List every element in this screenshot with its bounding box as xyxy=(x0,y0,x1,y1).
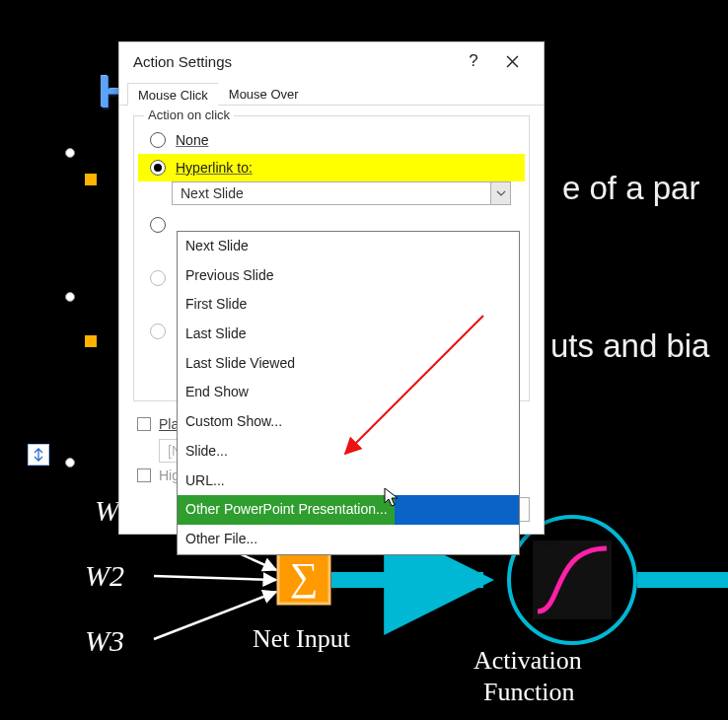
play-sound-checkbox[interactable] xyxy=(137,417,151,431)
hyperlink-combo[interactable]: Next Slide xyxy=(172,181,511,205)
dialog-tabs: Mouse Click Mouse Over xyxy=(119,80,544,106)
radio-run-macro[interactable] xyxy=(150,270,166,286)
adjust-handle[interactable] xyxy=(85,174,97,185)
help-button[interactable]: ? xyxy=(457,51,490,71)
dropdown-item[interactable]: Last Slide Viewed xyxy=(178,349,519,379)
weight-label-w3: W3 xyxy=(85,624,124,657)
dropdown-item[interactable]: First Slide xyxy=(178,290,519,320)
slide-body-fragment-2: uts and bia xyxy=(550,327,709,365)
dialog-title: Action Settings xyxy=(133,53,457,70)
dropdown-item[interactable]: URL... xyxy=(178,467,519,496)
tab-mouse-click[interactable]: Mouse Click xyxy=(127,83,219,106)
tab-label: Mouse Click xyxy=(138,88,208,103)
dropdown-item[interactable]: End Show xyxy=(178,378,519,407)
group-legend: Action on click xyxy=(144,108,234,122)
slide-body-fragment-1: e of a par xyxy=(562,170,699,207)
dropdown-item[interactable]: Previous Slide xyxy=(178,261,519,291)
dropdown-item[interactable]: Next Slide xyxy=(178,232,519,261)
adjust-handle[interactable] xyxy=(85,335,97,347)
weight-label-w2: W2 xyxy=(85,559,124,592)
activation-label-1: Activation xyxy=(473,646,582,675)
close-button[interactable] xyxy=(490,55,534,68)
radio-run-program[interactable] xyxy=(150,217,166,233)
selection-handle[interactable] xyxy=(65,148,75,158)
dropdown-item-highlighted[interactable]: Other PowerPoint Presentation... xyxy=(178,495,519,525)
svg-rect-3 xyxy=(278,548,329,604)
dropdown-item[interactable]: Slide... xyxy=(178,437,519,467)
net-input-label: Net Input xyxy=(253,624,351,653)
hyperlink-combo-button[interactable] xyxy=(490,182,510,204)
selection-handle[interactable] xyxy=(65,292,75,302)
svg-point-5 xyxy=(509,517,635,643)
tab-label: Mouse Over xyxy=(229,87,299,102)
svg-rect-6 xyxy=(533,540,612,619)
paragraph-indent-widget[interactable] xyxy=(28,444,49,466)
activation-label-2: Function xyxy=(483,678,574,706)
radio-object-action[interactable] xyxy=(150,324,166,339)
hyperlink-combo-value: Next Slide xyxy=(173,185,490,201)
dropdown-item-label: Other PowerPoint Presentation... xyxy=(185,501,388,517)
radio-hyperlink-label: Hyperlink to: xyxy=(176,160,253,176)
radio-hyperlink[interactable] xyxy=(150,160,166,176)
dropdown-item[interactable]: Last Slide xyxy=(178,320,519,349)
dialog-titlebar[interactable]: Action Settings ? xyxy=(119,42,544,80)
radio-none[interactable] xyxy=(150,132,166,148)
svg-line-2 xyxy=(154,592,276,639)
hyperlink-dropdown-list[interactable]: Next Slide Previous Slide First Slide La… xyxy=(177,231,520,555)
selection-handle[interactable] xyxy=(65,458,75,468)
highlight-checkbox[interactable] xyxy=(137,468,151,482)
tab-mouse-over[interactable]: Mouse Over xyxy=(218,82,310,105)
radio-none-label: None xyxy=(176,132,208,148)
radio-none-row[interactable]: None xyxy=(146,126,517,154)
sigma-symbol: ∑ xyxy=(290,554,319,599)
dropdown-item[interactable]: Custom Show... xyxy=(178,407,519,437)
svg-line-1 xyxy=(154,576,276,580)
radio-hyperlink-row[interactable]: Hyperlink to: xyxy=(138,154,525,181)
dropdown-item[interactable]: Other File... xyxy=(178,525,519,554)
